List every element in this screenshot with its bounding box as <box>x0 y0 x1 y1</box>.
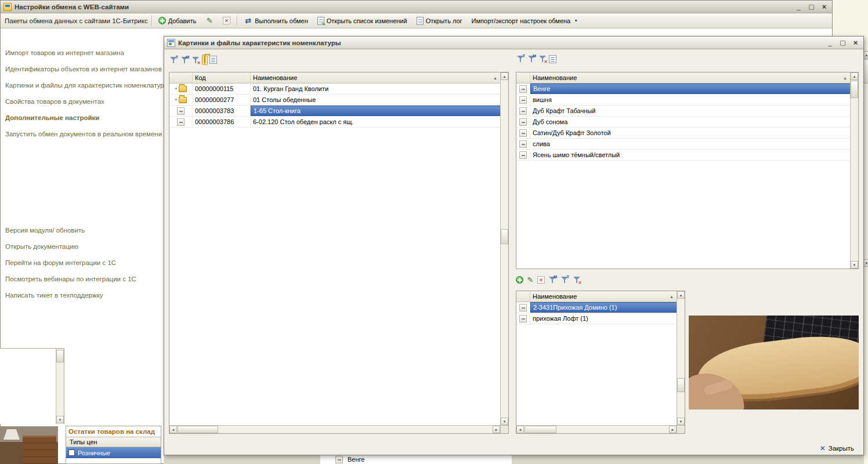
scroll-thumb[interactable] <box>677 378 685 392</box>
nomenclature-toolbar <box>169 55 217 65</box>
edit-package-button[interactable] <box>202 15 216 27</box>
print-list-icon[interactable] <box>549 55 556 63</box>
characteristics-toolbar <box>516 55 556 63</box>
icon-column-header[interactable] <box>516 72 530 83</box>
dialog-minimize-button[interactable]: _ <box>825 38 835 47</box>
scroll-right-button[interactable] <box>493 426 500 433</box>
item-marker-icon <box>177 118 185 126</box>
import-export-menu-button[interactable]: Импорт/экспорт настроек обмена ▼ <box>469 16 581 26</box>
add-icon[interactable] <box>516 276 523 284</box>
nav-link-object-ids[interactable]: Идентификаторы объектов из интернет мага… <box>5 66 169 72</box>
scroll-thumb[interactable] <box>851 81 858 98</box>
run-exchange-button[interactable]: Выполнить обмен <box>241 15 310 27</box>
scroll-thumb[interactable] <box>178 426 218 433</box>
nav-link-doc-properties[interactable]: Свойства товаров в документах <box>5 98 169 105</box>
nav-link-characteristic-images[interactable]: Картинки и файлы для характеристик номен… <box>5 82 169 89</box>
scroll-up-button[interactable] <box>851 72 858 80</box>
table-row[interactable]: слива <box>516 139 851 150</box>
table-row[interactable]: 00000000277 01 Столы обеденные <box>169 95 501 106</box>
help-link-ticket[interactable]: Написать тикет в техподдержку <box>5 292 136 299</box>
lamp-shape <box>3 429 20 440</box>
name-column-header[interactable]: Наименование <box>530 291 677 302</box>
print-list-icon[interactable] <box>209 56 217 64</box>
dialog-close-action[interactable]: Закрыть <box>820 443 854 454</box>
packages-label: Пакеты обмена данных с сайтами 1С-Битрик… <box>5 17 148 24</box>
expand-icon[interactable] <box>175 86 178 92</box>
nav-link-import-goods[interactable]: Импорт товаров из интернет магазина <box>5 49 169 56</box>
table-row[interactable]: 00000003786 6-02.120 Стол обеден раскл с… <box>169 117 501 128</box>
scroll-thumb[interactable] <box>56 350 64 362</box>
filter-by-value-icon[interactable] <box>548 276 557 284</box>
scroll-right-button[interactable] <box>669 426 677 433</box>
price-types-header[interactable]: Типы цен <box>66 437 161 447</box>
dialog-maximize-button[interactable]: ▢ <box>838 38 848 47</box>
icon-column-header[interactable] <box>516 291 530 302</box>
scroll-up-button[interactable] <box>501 72 508 80</box>
price-type-row[interactable]: Розничные <box>66 447 161 458</box>
scroll-down-button[interactable] <box>851 261 858 269</box>
scroll-thumb[interactable] <box>501 229 508 244</box>
icon-column-header[interactable] <box>169 72 193 83</box>
help-link-forum[interactable]: Перейти на форум интеграции с 1С <box>5 259 136 266</box>
table-row[interactable]: Сатин/Дуб Крафт Золотой <box>516 128 851 139</box>
delete-package-button[interactable] <box>220 15 233 26</box>
partial-list-row[interactable]: Венге <box>320 455 512 463</box>
minimize-button[interactable]: _ <box>794 2 804 11</box>
table-row-selected[interactable]: 2-3431Прихожая Домино (1) <box>516 302 677 313</box>
close-button[interactable]: × <box>819 2 829 11</box>
item-marker-icon <box>519 140 527 148</box>
hierarchy-view-button[interactable] <box>202 55 208 65</box>
help-link-docs[interactable]: Открыть документацию <box>5 243 136 250</box>
table-row[interactable]: 00000000115 01. Курган Гранд Кволити <box>169 84 501 95</box>
clear-filter-icon[interactable] <box>572 276 581 284</box>
name-column-header[interactable]: Наименование <box>530 72 851 83</box>
table-row[interactable]: Дуб Крафт Табачный <box>516 106 851 117</box>
price-type-checkbox[interactable] <box>68 449 75 456</box>
open-changes-button[interactable]: Открыть список изменений <box>314 15 410 27</box>
table-row[interactable]: Дуб сонома <box>516 117 851 128</box>
scroll-down-button[interactable] <box>501 418 508 425</box>
filter-sort-icon[interactable] <box>516 55 525 63</box>
help-link-webinars[interactable]: Посмотреть вебинары по интеграции с 1С <box>5 276 136 282</box>
clear-filter-icon[interactable] <box>191 56 200 64</box>
scroll-thumb[interactable] <box>525 426 556 433</box>
code-column-header[interactable]: Код <box>193 72 251 83</box>
scroll-down-button[interactable] <box>56 416 64 423</box>
horizontal-scrollbar <box>169 425 500 433</box>
expand-icon[interactable] <box>175 97 178 103</box>
filter-sort-icon[interactable] <box>169 56 178 64</box>
filter-by-value-icon[interactable] <box>180 56 189 64</box>
maximize-button[interactable]: ▢ <box>806 2 816 11</box>
filter-by-value-icon[interactable] <box>527 55 536 63</box>
pencil-icon <box>205 17 214 25</box>
table-row-selected[interactable]: Венге <box>516 84 851 95</box>
exchange-icon <box>244 17 252 25</box>
table-row[interactable]: вишня <box>516 95 851 106</box>
pencil-icon[interactable] <box>526 276 534 284</box>
nav-link-additional-settings[interactable]: Дополнительные настройки <box>5 114 169 121</box>
nav-link-realtime-exchange[interactable]: Запустить обмен документов в реальном вр… <box>5 130 169 137</box>
folder-icon <box>179 86 187 92</box>
filter-sort-icon[interactable] <box>560 276 569 284</box>
scroll-left-button[interactable] <box>516 426 524 433</box>
table-row-selected[interactable]: 00000003783 1-65 Стол-книга <box>169 106 501 117</box>
scroll-left-button[interactable] <box>169 426 177 433</box>
help-links: Версия модуля/ обновить Открыть документ… <box>5 227 136 299</box>
dialog-titlebar[interactable]: Картинки и файлы характеристик номенклат… <box>164 37 863 49</box>
open-log-button[interactable]: Открыть лог <box>414 15 465 27</box>
name-column-header[interactable]: Наименование <box>251 72 501 83</box>
main-titlebar[interactable]: Настройки обмена с WEB-сайтами _ ▢ × <box>1 1 832 13</box>
dialog-close-button[interactable]: × <box>851 38 860 47</box>
background-list-window <box>0 348 64 424</box>
scroll-down-button[interactable] <box>677 418 685 425</box>
help-link-version[interactable]: Версия модуля/ обновить <box>5 227 136 234</box>
table-row[interactable]: прихожая Лофт (1) <box>516 313 677 324</box>
add-package-button[interactable]: Добавить <box>155 15 200 26</box>
table-row[interactable]: Ясень шимо тёмный/светлый <box>516 150 851 161</box>
nomenclature-table: Код Наименование 00000000115 01. Курган … <box>169 72 509 434</box>
nav-links: Импорт товаров из интернет магазина Иден… <box>5 49 169 137</box>
scroll-up-button[interactable] <box>677 291 685 299</box>
clear-filter-icon[interactable] <box>538 55 547 63</box>
delete-icon[interactable] <box>537 276 545 284</box>
changes-doc-icon <box>317 17 324 25</box>
